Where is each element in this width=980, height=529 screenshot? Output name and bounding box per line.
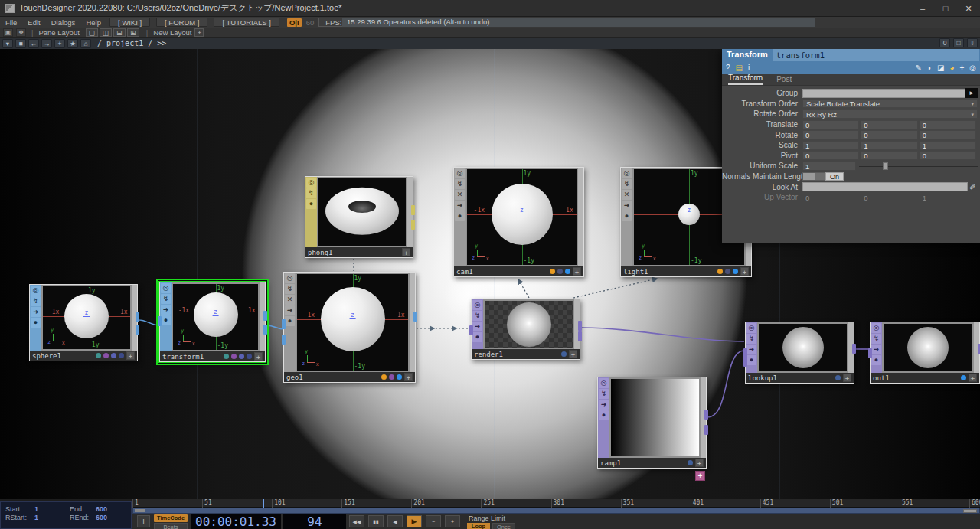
render-flag-icon[interactable]: ➜ — [599, 400, 609, 410]
node-viewer[interactable]: 1y-1y-1x1xzyxz — [43, 286, 130, 349]
display-flag-icon[interactable]: ◎ — [622, 168, 632, 178]
tab-transform[interactable]: Transform — [728, 73, 763, 85]
output-connector[interactable] — [852, 344, 856, 354]
node-color-dot[interactable] — [561, 351, 567, 357]
node-color-dot[interactable] — [224, 354, 229, 359]
range-end-handle[interactable] — [963, 509, 977, 513]
display-flag-icon[interactable]: ◎ — [31, 286, 41, 296]
x-flag-icon[interactable]: ✕ — [622, 190, 632, 200]
slider-handle[interactable] — [883, 162, 888, 170]
param-number-field[interactable]: 0 — [861, 130, 917, 139]
node-color-dot[interactable] — [565, 269, 570, 274]
node-color-dot[interactable] — [103, 353, 109, 358]
render-flag-icon[interactable]: ➜ — [472, 322, 482, 331]
display-flag-icon[interactable]: ◎ — [285, 273, 295, 283]
render-flag-icon[interactable]: ➜ — [746, 345, 756, 354]
help-icon[interactable]: ? — [726, 64, 730, 72]
bypass-flag-icon[interactable]: ↯ — [31, 296, 41, 306]
bypass-flag-icon[interactable]: ↯ — [746, 334, 756, 344]
display-flag-icon[interactable]: ◎ — [161, 283, 171, 293]
display-flag-icon[interactable]: ◎ — [472, 300, 482, 310]
timeline-info-panel[interactable]: Start:1End:600RStart:1REnd:600FPS:60.0Te… — [0, 501, 132, 529]
node-render1[interactable]: ◎↯➜●render1+ — [471, 299, 580, 360]
rewind-button[interactable]: ◀◀ — [349, 515, 364, 527]
bypass-flag-icon[interactable]: ↯ — [285, 284, 295, 294]
target-icon[interactable]: ◎ — [969, 64, 976, 72]
node-color-dot[interactable] — [239, 354, 244, 359]
param-number-field[interactable]: 0 — [920, 120, 976, 129]
add-operator-button[interactable]: + — [695, 471, 705, 481]
node-color-dot[interactable] — [119, 353, 124, 358]
beats-mode-button[interactable]: Beats — [154, 523, 188, 529]
node-out1[interactable]: ◎↯➜●out1+ — [870, 322, 980, 384]
pane-index-button[interactable]: 0 — [939, 38, 950, 47]
output-connector[interactable] — [413, 312, 417, 322]
input-connector[interactable] — [282, 335, 286, 345]
add-icon[interactable]: + — [54, 39, 65, 48]
close-button[interactable]: ✕ — [957, 0, 980, 17]
input-connector[interactable] — [282, 319, 286, 329]
pickup-flag-icon[interactable]: ● — [622, 211, 632, 221]
comment-icon[interactable]: ◗ — [927, 64, 932, 72]
integer-frame-button[interactable]: I — [137, 515, 150, 527]
input-connector[interactable] — [868, 348, 872, 358]
node-color-dot[interactable] — [550, 269, 555, 274]
node-add-button[interactable]: + — [254, 352, 263, 361]
input-connector[interactable] — [743, 357, 747, 367]
frame-display[interactable]: 94 — [283, 514, 346, 529]
bypass-flag-icon[interactable]: ↯ — [871, 334, 881, 344]
bypass-flag-icon[interactable]: ↯ — [306, 188, 316, 198]
param-number-field[interactable]: 0 — [920, 130, 976, 139]
pickup-flag-icon[interactable]: ● — [746, 355, 756, 365]
wiki-button[interactable]: [ WIKI ] — [109, 18, 150, 27]
render-flag-icon[interactable]: ➜ — [31, 307, 41, 317]
node-add-button[interactable]: + — [569, 350, 577, 358]
node-color-dot[interactable] — [725, 269, 730, 274]
output-connector[interactable] — [704, 425, 708, 435]
node-viewer[interactable]: 1y-1y-1x1xzyxz — [173, 284, 258, 350]
param-number-field[interactable]: 1 — [920, 141, 976, 150]
node-viewer[interactable] — [884, 324, 972, 371]
pane-preset-button-2[interactable]: ⊟ — [113, 28, 126, 37]
pickup-flag-icon[interactable]: ● — [455, 211, 465, 221]
x-flag-icon[interactable]: ✕ — [285, 295, 295, 305]
param-number-field[interactable]: 1 — [861, 141, 917, 150]
node-viewer[interactable] — [611, 379, 699, 456]
pickup-flag-icon[interactable]: ● — [285, 316, 295, 326]
menu-file[interactable]: File — [0, 18, 22, 27]
output-connector[interactable] — [578, 321, 582, 331]
node-viewer[interactable] — [318, 178, 406, 246]
network-path[interactable]: / project1 / >> — [97, 39, 166, 47]
timeline-range-bar[interactable] — [132, 508, 980, 514]
output-connector[interactable] — [263, 325, 267, 335]
param-number-field[interactable]: 0 — [802, 120, 859, 129]
node-color-dot[interactable] — [231, 354, 237, 359]
pane-preset-button-1[interactable]: ◫ — [100, 28, 112, 37]
node-transform1[interactable]: ◎↯➜●1y-1y-1x1xzyxztransform1+ — [159, 282, 266, 362]
pickup-flag-icon[interactable]: ● — [472, 332, 482, 342]
menu-dialogs[interactable]: Dialogs — [46, 18, 81, 27]
param-number-field[interactable]: 1 — [802, 162, 856, 171]
node-cam1[interactable]: ◎↯✕➜●1y-1y-1x1xzyxzcam1+ — [453, 167, 584, 277]
language-icon[interactable]: ▤ — [736, 64, 743, 72]
oi-toggle[interactable]: O|I — [287, 18, 302, 27]
node-viewer[interactable]: 1y-1y-1x1xzyxz — [297, 274, 408, 371]
param-number-field[interactable]: 0 — [861, 120, 917, 129]
tutorials-button[interactable]: [ TUTORIALS ] — [214, 18, 279, 27]
operator-name-field[interactable]: transform1 — [773, 49, 979, 61]
node-color-dot[interactable] — [688, 460, 693, 465]
network-editor[interactable]: ◎↯➜●1y-1y-1x1xzyxzsphere1+◎↯➜●1y-1y-1x1x… — [0, 49, 980, 499]
node-add-button[interactable]: + — [740, 267, 749, 276]
timeline-ruler[interactable]: 151101151201251301351401451501551600 — [132, 499, 980, 508]
render-flag-icon[interactable]: ➜ — [622, 201, 632, 211]
node-color-dot[interactable] — [557, 269, 563, 274]
output-connector[interactable] — [136, 312, 139, 322]
display-flag-icon[interactable]: ◎ — [746, 323, 756, 333]
node-color-dot[interactable] — [397, 374, 402, 380]
minimize-button[interactable]: – — [911, 0, 934, 17]
display-flag-icon[interactable]: ◎ — [455, 168, 465, 178]
param-number-field[interactable]: 0 — [802, 151, 859, 160]
back-icon[interactable]: ← — [28, 39, 39, 48]
input-connector[interactable] — [469, 325, 473, 335]
pickup-flag-icon[interactable]: ● — [31, 318, 41, 328]
